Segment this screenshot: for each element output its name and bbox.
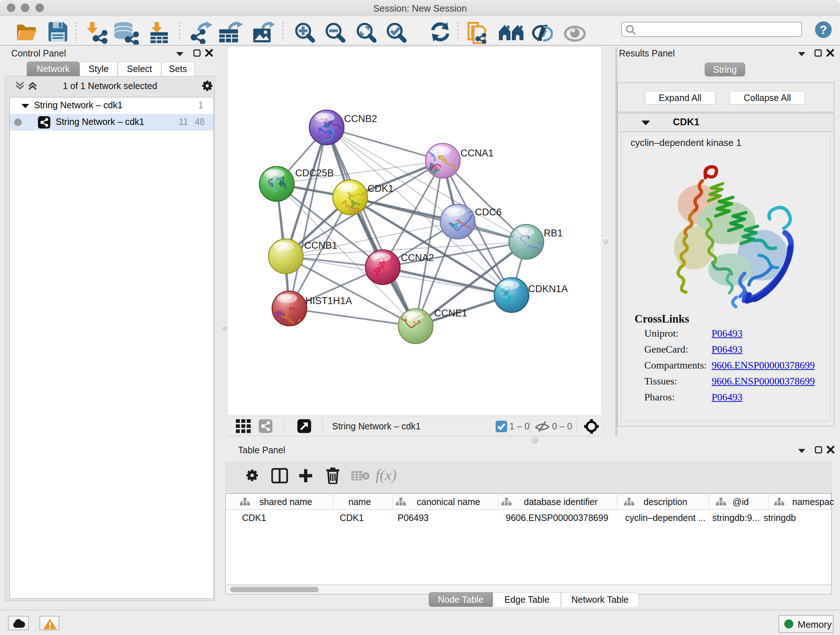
svg-text:RB1: RB1 [544,228,563,239]
svg-text:?: ? [820,23,827,36]
svg-text:CCNE1: CCNE1 [434,308,467,318]
svg-text:HIST1H1A: HIST1H1A [305,295,352,306]
svg-text:CCNA2: CCNA2 [401,252,434,263]
svg-text:CCNA1: CCNA1 [461,148,494,158]
svg-text:CDC6: CDC6 [475,207,502,218]
svg-text:CDC25B: CDC25B [295,168,334,179]
svg-text:CDK1: CDK1 [368,183,393,194]
svg-text:CCNB2: CCNB2 [344,113,377,124]
svg-text:CDKN1A: CDKN1A [528,283,568,295]
svg-text:CCNB1: CCNB1 [304,240,338,251]
